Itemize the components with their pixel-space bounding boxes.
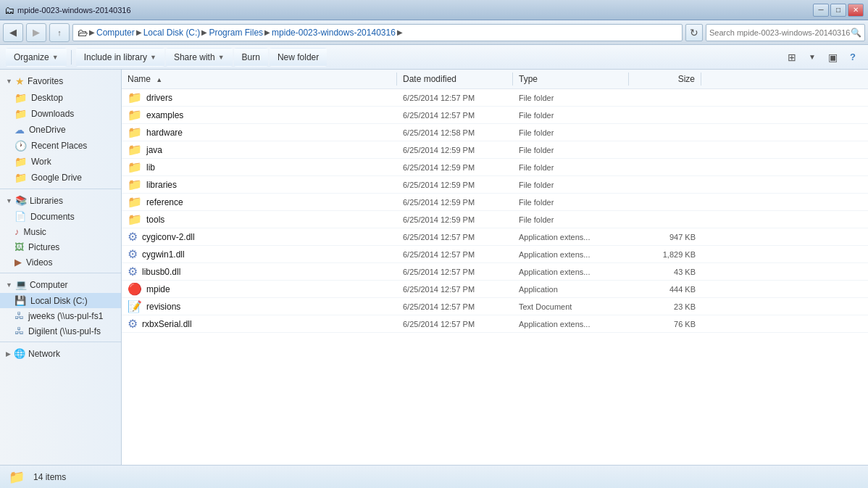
- burn-button[interactable]: Burn: [234, 48, 268, 67]
- table-row[interactable]: 📁 tools 6/25/2014 12:59 PM File folder: [122, 211, 868, 228]
- file-size-cell: 76 KB: [629, 320, 701, 328]
- table-row[interactable]: 🔴 mpide 6/25/2014 12:57 PM Application 4…: [122, 281, 868, 298]
- path-program-files[interactable]: Program Files: [209, 28, 263, 38]
- file-type-cell: Text Document: [513, 302, 629, 311]
- address-path[interactable]: 🗁 ▶ Computer ▶ Local Disk (C:) ▶ Program…: [72, 24, 683, 41]
- file-size-cell: 444 KB: [629, 285, 701, 294]
- address-bar: ◀ ▶ ↑ 🗁 ▶ Computer ▶ Local Disk (C:) ▶ P…: [0, 20, 868, 45]
- new-folder-button[interactable]: New folder: [270, 48, 327, 67]
- refresh-button[interactable]: ↻: [685, 24, 703, 41]
- file-date-cell: 6/25/2014 12:57 PM: [397, 94, 513, 102]
- file-size-cell: 947 KB: [629, 233, 701, 241]
- column-size-header[interactable]: Size: [629, 73, 701, 86]
- file-date-cell: 6/25/2014 12:57 PM: [397, 302, 513, 311]
- file-name-cell: ⚙ cygwin1.dll: [122, 247, 397, 261]
- file-name: cygiconv-2.dll: [142, 232, 195, 242]
- view-icon-button[interactable]: ⊞: [783, 48, 801, 67]
- documents-label: Documents: [30, 212, 75, 222]
- table-row[interactable]: ⚙ cygwin1.dll 6/25/2014 12:57 PM Applica…: [122, 246, 868, 263]
- path-mpide[interactable]: mpide-0023-windows-20140316: [272, 28, 396, 38]
- sidebar-item-digilent[interactable]: 🖧 Digilent (\\us-pul-fs: [0, 323, 121, 339]
- table-row[interactable]: 📝 revisions 6/25/2014 12:57 PM Text Docu…: [122, 298, 868, 315]
- network-header[interactable]: ▶ 🌐 Network: [0, 345, 121, 362]
- minimize-button[interactable]: ─: [813, 4, 829, 17]
- forward-button[interactable]: ▶: [26, 23, 46, 42]
- help-button[interactable]: ?: [843, 48, 862, 67]
- path-local-disk[interactable]: Local Disk (C:): [143, 28, 201, 38]
- table-row[interactable]: 📁 reference 6/25/2014 12:59 PM File fold…: [122, 194, 868, 211]
- title-bar-controls: ─ □ ✕: [813, 4, 864, 17]
- folder-icon: 📁: [128, 195, 142, 209]
- exe-icon: 🔴: [128, 282, 142, 296]
- libraries-header[interactable]: ▼ 📚 Libraries: [0, 192, 121, 209]
- sidebar-item-documents[interactable]: 📄 Documents: [0, 209, 121, 224]
- include-in-library-button[interactable]: Include in library ▼: [76, 48, 164, 67]
- file-type-cell: File folder: [513, 198, 629, 207]
- local-disk-label: Local Disk (C:): [30, 296, 88, 306]
- up-button[interactable]: ↑: [49, 23, 70, 42]
- downloads-folder-icon: 📁: [14, 108, 27, 120]
- sidebar-item-music[interactable]: ♪ Music: [0, 224, 121, 239]
- computer-header[interactable]: ▼ 💻 Computer: [0, 276, 121, 293]
- table-row[interactable]: ⚙ libusb0.dll 6/25/2014 12:57 PM Applica…: [122, 263, 868, 281]
- view-dropdown-button[interactable]: ▼: [803, 48, 822, 67]
- folder-icon: 📁: [128, 160, 142, 174]
- folder-icon: 📁: [128, 125, 142, 139]
- file-name: drivers: [146, 93, 172, 103]
- desktop-folder-icon: 📁: [14, 92, 27, 104]
- search-box[interactable]: 🔍: [706, 24, 865, 41]
- status-bar: 📁 14 items: [0, 465, 868, 488]
- sidebar-item-jweeks[interactable]: 🖧 jweeks (\\us-pul-fs1: [0, 308, 121, 323]
- column-date-header[interactable]: Date modified: [397, 73, 513, 86]
- search-input[interactable]: [709, 28, 851, 37]
- favorites-header[interactable]: ▼ ★ Favorites: [0, 73, 121, 90]
- path-computer[interactable]: Computer: [96, 28, 135, 38]
- file-name: examples: [146, 110, 183, 120]
- table-row[interactable]: 📁 libraries 6/25/2014 12:59 PM File fold…: [122, 176, 868, 194]
- sidebar-item-work[interactable]: 📁 Work: [0, 154, 121, 170]
- sidebar-divider-1: [0, 189, 121, 189]
- favorites-star-icon: ★: [15, 75, 25, 87]
- file-name: lib: [146, 162, 155, 173]
- sidebar-item-desktop[interactable]: 📁 Desktop: [0, 90, 121, 106]
- column-type-header[interactable]: Type: [513, 73, 629, 86]
- sidebar-item-google-drive[interactable]: 📁 Google Drive: [0, 170, 121, 186]
- status-folder-icon: 📁: [9, 469, 25, 485]
- table-row[interactable]: ⚙ rxbxSerial.dll 6/25/2014 12:57 PM Appl…: [122, 315, 868, 333]
- sidebar-item-pictures[interactable]: 🖼 Pictures: [0, 239, 121, 255]
- table-row[interactable]: 📁 java 6/25/2014 12:59 PM File folder: [122, 141, 868, 159]
- file-type-cell: File folder: [513, 215, 629, 224]
- sidebar: ▼ ★ Favorites 📁 Desktop 📁 Downloads ☁ On…: [0, 70, 122, 465]
- organize-button[interactable]: Organize ▼: [6, 48, 67, 67]
- maximize-button[interactable]: □: [830, 4, 846, 17]
- libraries-section: ▼ 📚 Libraries 📄 Documents ♪ Music 🖼 Pict…: [0, 192, 121, 270]
- videos-icon: ▶: [14, 257, 22, 268]
- documents-icon: 📄: [14, 211, 26, 222]
- table-row[interactable]: 📁 lib 6/25/2014 12:59 PM File folder: [122, 159, 868, 176]
- folder-icon: 🗁: [78, 27, 88, 38]
- file-name-cell: ⚙ libusb0.dll: [122, 265, 397, 278]
- back-button[interactable]: ◀: [3, 23, 23, 42]
- folder-icon: 📁: [128, 91, 142, 104]
- file-date-cell: 6/25/2014 12:59 PM: [397, 146, 513, 154]
- preview-pane-button[interactable]: ▣: [823, 48, 842, 67]
- table-row[interactable]: 📁 examples 6/25/2014 12:57 PM File folde…: [122, 107, 868, 124]
- sidebar-item-recent-places[interactable]: 🕐 Recent Places: [0, 138, 121, 154]
- toolbar-separator-1: [71, 50, 72, 65]
- file-name: rxbxSerial.dll: [142, 319, 192, 329]
- column-name-header[interactable]: Name ▲: [122, 73, 397, 86]
- table-row[interactable]: 📁 hardware 6/25/2014 12:58 PM File folde…: [122, 124, 868, 141]
- sidebar-item-videos[interactable]: ▶ Videos: [0, 255, 121, 270]
- close-button[interactable]: ✕: [848, 4, 864, 17]
- google-drive-icon: 📁: [14, 172, 27, 183]
- sidebar-item-onedrive[interactable]: ☁ OneDrive: [0, 122, 121, 138]
- sidebar-item-downloads[interactable]: 📁 Downloads: [0, 106, 121, 122]
- sidebar-item-local-disk[interactable]: 💾 Local Disk (C:): [0, 293, 121, 308]
- file-type-cell: File folder: [513, 94, 629, 102]
- favorites-collapse-icon: ▼: [6, 78, 12, 85]
- table-row[interactable]: 📁 drivers 6/25/2014 12:57 PM File folder: [122, 89, 868, 107]
- onedrive-icon: ☁: [14, 124, 25, 136]
- table-row[interactable]: ⚙ cygiconv-2.dll 6/25/2014 12:57 PM Appl…: [122, 228, 868, 246]
- share-with-button[interactable]: Share with ▼: [166, 48, 233, 67]
- pictures-icon: 🖼: [14, 241, 24, 252]
